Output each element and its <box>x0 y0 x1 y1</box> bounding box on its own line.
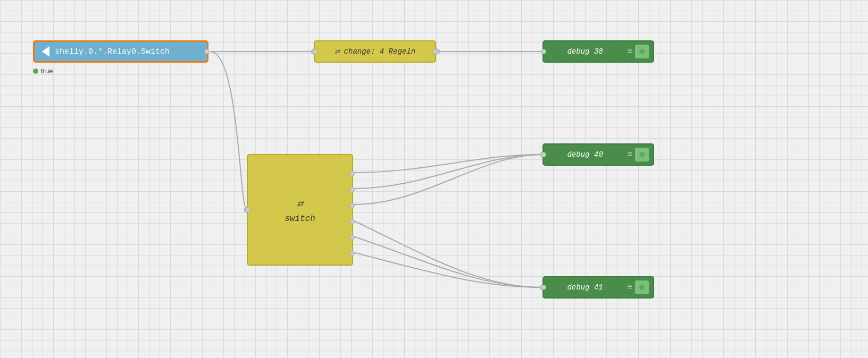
debug38-toggle[interactable] <box>635 45 649 58</box>
debug38-menu-icon[interactable]: ≡ <box>624 47 635 56</box>
mqtt-status: true <box>33 67 53 75</box>
debug41-port-left <box>541 285 546 290</box>
change-port-right <box>432 49 438 54</box>
debug38-port-left <box>541 49 546 54</box>
mqtt-port-right <box>204 49 210 54</box>
debug-40-node[interactable]: debug 40 ≡ <box>542 143 654 166</box>
debug41-active-dot <box>639 285 645 290</box>
mqtt-node[interactable]: shelly.0.*.Relay0.Switch <box>33 40 208 63</box>
debug40-active-dot <box>639 152 645 157</box>
debug41-menu-icon[interactable]: ≡ <box>624 283 635 292</box>
debug41-toggle[interactable] <box>635 280 649 294</box>
debug40-port-left <box>541 152 546 157</box>
debug40-menu-icon[interactable]: ≡ <box>624 150 635 159</box>
debug-41-node[interactable]: debug 41 ≡ <box>542 276 654 299</box>
debug38-label: debug 38 <box>548 47 622 56</box>
switch-port-6 <box>349 251 355 256</box>
switch-icon: ⇄ <box>297 197 303 210</box>
switch-label: switch <box>285 214 315 224</box>
switch-port-1 <box>349 171 355 176</box>
debug38-active-dot <box>639 49 645 54</box>
switch-port-left <box>245 207 251 212</box>
debug40-toggle[interactable] <box>635 148 649 161</box>
mqtt-arrow-icon <box>42 46 49 57</box>
change-port-left <box>312 49 318 54</box>
switch-port-2 <box>349 187 355 192</box>
switch-port-4 <box>349 219 355 224</box>
switch-node[interactable]: ⇄ switch <box>247 154 353 266</box>
debug-38-node[interactable]: debug 38 ≡ <box>542 40 654 63</box>
switch-port-3 <box>349 203 355 208</box>
mqtt-label: shelly.0.*.Relay0.Switch <box>55 47 170 56</box>
shuffle-icon: ⇄ <box>335 46 340 57</box>
flow-canvas[interactable]: shelly.0.*.Relay0.Switch true ⇄ change: … <box>0 0 868 358</box>
status-dot-icon <box>33 69 38 74</box>
status-label: true <box>41 67 53 75</box>
debug40-label: debug 40 <box>548 150 622 159</box>
change-node[interactable]: ⇄ change: 4 Regeln <box>314 40 436 63</box>
switch-port-5 <box>349 235 355 240</box>
debug41-label: debug 41 <box>548 283 622 292</box>
change-label: change: 4 Regeln <box>344 47 415 56</box>
